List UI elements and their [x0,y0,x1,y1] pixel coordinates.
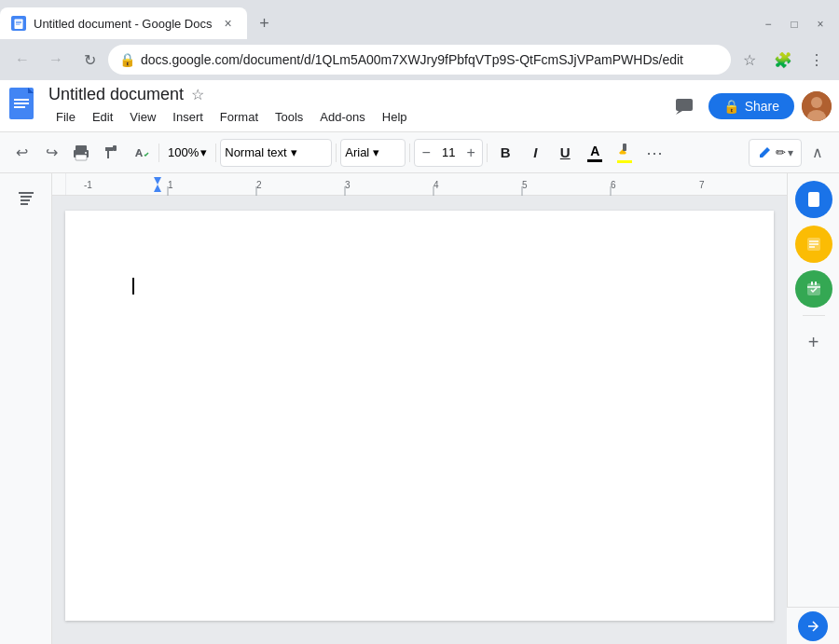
menu-insert[interactable]: Insert [165,106,211,128]
back-button[interactable]: ← [7,45,37,75]
svg-text:3: 3 [345,180,351,190]
document-area[interactable]: -1 1 2 3 4 5 6 7 [52,173,787,644]
menu-view[interactable]: View [122,106,163,128]
font-size-value[interactable]: 11 [437,145,460,159]
style-select[interactable]: Normal text ▾ [220,139,332,167]
url-bar[interactable]: 🔒 docs.google.com/document/d/1QLm5A00m7X… [108,45,731,75]
toolbar-divider-4 [409,144,410,162]
toolbar-divider-2 [215,144,216,162]
toolbar-divider-5 [487,144,488,162]
active-tab[interactable]: Untitled document - Google Docs × [0,7,247,39]
new-tab-button[interactable]: + [251,10,277,36]
page-wrapper [65,196,774,636]
svg-text:7: 7 [699,180,705,190]
font-select[interactable]: Arial ▾ [340,139,406,167]
svg-rect-21 [21,196,32,198]
lock-icon: 🔒 [119,52,135,67]
minimize-button[interactable]: − [757,13,779,35]
add-panel-button[interactable]: + [795,323,832,361]
right-panel: + [787,173,839,644]
outline-icon[interactable] [9,181,43,214]
window-controls: − □ × [757,13,839,39]
avatar[interactable] [802,91,832,121]
svg-rect-1 [16,21,21,22]
menu-edit[interactable]: Edit [85,106,120,128]
bookmark-button[interactable]: ☆ [735,45,764,75]
zoom-select[interactable]: 100% ▾ [163,139,212,167]
print-button[interactable] [67,139,95,167]
svg-rect-22 [21,199,30,201]
extensions-button[interactable]: 🧩 [768,45,798,75]
calendar-icon[interactable] [795,270,832,308]
expand-button[interactable] [798,611,828,641]
edit-mode-button[interactable]: ✏ ▾ [749,139,802,167]
style-value: Normal text [225,145,286,159]
highlight-color-button[interactable] [611,139,639,167]
more-button[interactable]: ⋯ [640,139,668,167]
svg-rect-3 [16,24,21,25]
menu-file[interactable]: File [48,106,83,128]
ruler: -1 1 2 3 4 5 6 7 [52,173,787,196]
svg-text:2: 2 [256,180,262,190]
svg-rect-7 [14,103,29,104]
document-title[interactable]: Untitled document [48,85,184,104]
chat-button[interactable] [667,89,701,123]
highlight-icon [617,142,632,159]
share-label: Share [745,99,779,114]
font-size-area: − 11 + [414,139,483,167]
share-button[interactable]: 🔒 Share [708,93,794,119]
menu-help[interactable]: Help [375,106,415,128]
redo-button[interactable]: ↪ [37,139,65,167]
italic-button[interactable]: I [521,139,549,167]
url-text: docs.google.com/document/d/1QLm5A00m7XWJ… [141,52,720,67]
font-size-decrease[interactable]: − [415,140,437,166]
text-color-bar [587,159,602,162]
svg-text:6: 6 [611,180,616,190]
svg-rect-19 [623,144,626,151]
zoom-value: 100% [168,145,199,159]
tab-close-button[interactable]: × [219,15,236,32]
doc-title-area: Untitled document ☆ File Edit View Inser… [48,85,667,128]
document-page[interactable] [65,211,774,621]
svg-marker-25 [154,177,161,185]
toolbar-divider-1 [158,144,159,162]
toolbar-divider-3 [336,144,337,162]
highlight-bar [617,160,632,163]
tab-bar: Untitled document - Google Docs × + − □ … [0,0,839,39]
maximize-button[interactable]: □ [783,13,805,35]
main-content: -1 1 2 3 4 5 6 7 [0,173,839,644]
bottom-expand-area [787,607,839,644]
chrome-menu-button[interactable]: ⋮ [802,45,832,75]
svg-rect-23 [21,203,28,205]
menu-tools[interactable]: Tools [268,106,310,128]
style-arrow: ▾ [291,145,297,159]
svg-rect-9 [676,99,693,111]
edit-mode-label: ✏ [776,145,786,159]
toolbar-collapse-button[interactable]: ∧ [804,139,832,167]
close-window-button[interactable]: × [809,13,832,35]
font-size-increase[interactable]: + [460,140,482,166]
spell-check-button[interactable] [127,139,155,167]
text-color-button[interactable]: A [581,139,609,167]
share-lock-icon: 🔒 [723,99,739,114]
svg-rect-45 [811,281,813,285]
docs-logo [7,88,41,125]
keep-icon[interactable] [795,181,832,218]
svg-rect-18 [113,145,117,151]
menu-addons[interactable]: Add-ons [312,106,372,128]
svg-rect-16 [76,155,87,160]
bold-button[interactable]: B [491,139,519,167]
underline-button[interactable]: U [551,139,579,167]
paint-format-button[interactable] [97,139,125,167]
tab-title: Untitled document - Google Docs [34,17,212,31]
menu-format[interactable]: Format [213,106,266,128]
reload-button[interactable]: ↻ [75,45,104,75]
svg-rect-2 [16,22,21,23]
tasks-icon[interactable] [795,226,832,263]
forward-button[interactable]: → [41,45,71,75]
undo-button[interactable]: ↩ [7,139,35,167]
svg-point-12 [811,97,822,108]
svg-marker-10 [676,111,682,115]
star-icon[interactable]: ☆ [191,86,204,103]
svg-marker-26 [154,185,161,192]
